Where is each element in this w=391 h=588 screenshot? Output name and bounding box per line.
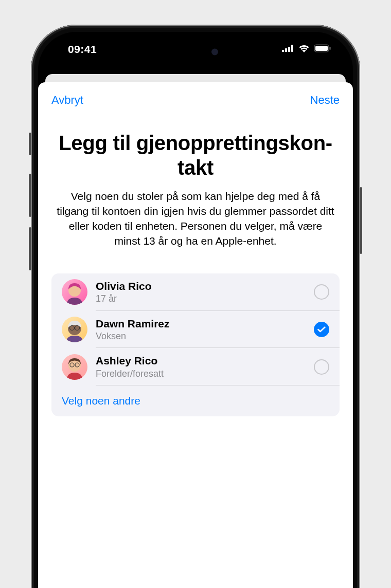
contact-info: Olivia Rico 17 år bbox=[96, 279, 314, 305]
svg-rect-0 bbox=[282, 50, 284, 52]
cellular-icon bbox=[282, 45, 294, 54]
radio-unselected-icon[interactable] bbox=[314, 359, 329, 375]
contact-name: Dawn Ramirez bbox=[96, 317, 314, 330]
contact-info: Ashley Rico Forelder/foresatt bbox=[96, 354, 314, 380]
radio-selected-icon[interactable] bbox=[314, 322, 329, 337]
contact-name: Ashley Rico bbox=[96, 354, 314, 368]
contact-meta: Voksen bbox=[96, 330, 314, 342]
status-time: 09:41 bbox=[68, 43, 97, 56]
volume-up-button bbox=[29, 174, 31, 217]
avatar bbox=[62, 317, 87, 342]
contact-list: Olivia Rico 17 år Dawn Ramirez Voksen bbox=[51, 273, 340, 416]
dynamic-island bbox=[155, 41, 236, 63]
svg-rect-3 bbox=[291, 45, 293, 52]
contact-row-olivia[interactable]: Olivia Rico 17 år bbox=[51, 273, 340, 311]
power-button bbox=[360, 187, 362, 254]
phone-screen: 09:41 Avbryt Neste Legg til gjenoppretti… bbox=[38, 32, 353, 588]
battery-icon bbox=[314, 44, 331, 54]
svg-rect-2 bbox=[288, 47, 290, 52]
modal-sheet: Avbryt Neste Legg til gjenopprettingskon… bbox=[38, 82, 353, 588]
page-title: Legg til gjenopprettingskon-takt bbox=[51, 131, 340, 180]
avatar bbox=[62, 354, 87, 380]
choose-other-button[interactable]: Velg noen andre bbox=[51, 385, 340, 416]
radio-unselected-icon[interactable] bbox=[314, 284, 329, 300]
contact-meta: 17 år bbox=[96, 293, 314, 305]
wifi-icon bbox=[298, 44, 310, 54]
svg-rect-1 bbox=[285, 48, 287, 52]
svg-rect-5 bbox=[315, 46, 328, 51]
contact-row-ashley[interactable]: Ashley Rico Forelder/foresatt bbox=[51, 348, 340, 385]
svg-rect-6 bbox=[330, 47, 331, 50]
avatar bbox=[62, 279, 87, 305]
volume-down-button bbox=[29, 227, 31, 270]
silent-switch bbox=[29, 133, 31, 155]
contact-row-dawn[interactable]: Dawn Ramirez Voksen bbox=[51, 311, 340, 348]
cancel-button[interactable]: Avbryt bbox=[51, 94, 83, 107]
next-button[interactable]: Neste bbox=[310, 94, 340, 107]
contact-info: Dawn Ramirez Voksen bbox=[96, 317, 314, 343]
modal-nav-bar: Avbryt Neste bbox=[51, 94, 340, 107]
status-icons bbox=[282, 44, 331, 54]
phone-device-frame: 09:41 Avbryt Neste Legg til gjenoppretti… bbox=[31, 25, 360, 588]
contact-meta: Forelder/foresatt bbox=[96, 368, 314, 380]
page-description: Velg noen du stoler på som kan hjelpe de… bbox=[51, 189, 340, 249]
contact-name: Olivia Rico bbox=[96, 279, 314, 293]
